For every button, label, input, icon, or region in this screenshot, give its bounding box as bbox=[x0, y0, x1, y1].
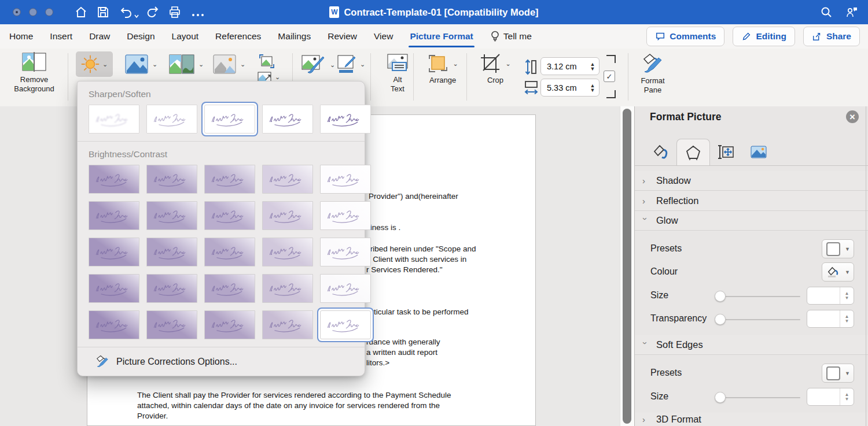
artistic-effects-button[interactable]: ⌄ bbox=[169, 54, 204, 74]
field-stepper[interactable]: ▲▼ bbox=[840, 310, 854, 327]
sharpen-option-4[interactable] bbox=[320, 105, 371, 134]
editing-button[interactable]: Editing bbox=[733, 27, 795, 46]
brightness-option-1-2[interactable] bbox=[204, 201, 255, 230]
corrections-button[interactable]: ⌄ bbox=[76, 51, 113, 77]
brightness-option-3-4[interactable] bbox=[320, 274, 371, 303]
tab-design[interactable]: Design bbox=[127, 31, 155, 42]
glow-size-slider[interactable] bbox=[717, 296, 800, 297]
tab-layout-properties[interactable] bbox=[710, 139, 742, 165]
tell-me-control[interactable]: Tell me bbox=[490, 30, 532, 43]
search-icon[interactable] bbox=[819, 5, 833, 19]
picture-border-button[interactable]: ⌄ bbox=[337, 54, 365, 74]
sharpen-option-1[interactable] bbox=[146, 105, 197, 134]
shadow-section-header[interactable]: › Shadow bbox=[635, 171, 868, 191]
tab-mailings[interactable]: Mailings bbox=[278, 31, 311, 42]
save-icon[interactable] bbox=[96, 5, 110, 19]
brightness-option-2-0[interactable] bbox=[89, 238, 139, 266]
field-stepper[interactable]: ▲▼ bbox=[840, 287, 854, 304]
brightness-option-2-2[interactable] bbox=[204, 238, 255, 266]
brightness-option-2-4[interactable] bbox=[320, 238, 371, 266]
tab-fill-line[interactable] bbox=[644, 139, 676, 165]
brightness-option-3-3[interactable] bbox=[262, 274, 313, 303]
brightness-option-4-3[interactable] bbox=[262, 310, 313, 339]
brightness-option-1-4[interactable] bbox=[320, 201, 371, 230]
sharpen-option-3[interactable] bbox=[262, 105, 313, 134]
shape-width-input[interactable] bbox=[541, 83, 586, 93]
brightness-option-3-2[interactable] bbox=[204, 274, 255, 303]
tab-picture-format[interactable]: Picture Format bbox=[410, 31, 473, 42]
glow-presets-dropdown[interactable]: ▼ bbox=[822, 239, 854, 258]
close-pane-button[interactable]: ✕ bbox=[846, 110, 859, 123]
undo-icon[interactable] bbox=[119, 5, 133, 19]
glow-transparency-field[interactable]: ▲▼ bbox=[807, 310, 854, 328]
more-toolbar-icon[interactable] bbox=[191, 8, 205, 22]
brightness-option-3-1[interactable] bbox=[146, 274, 197, 303]
lock-aspect-ratio-checkbox[interactable]: ✓ bbox=[604, 71, 615, 82]
format-pane-button[interactable]: Format Pane bbox=[634, 53, 671, 95]
tab-insert[interactable]: Insert bbox=[50, 31, 72, 42]
brightness-option-4-2[interactable] bbox=[204, 310, 255, 339]
vertical-scrollbar[interactable] bbox=[620, 106, 634, 426]
picture-corrections-options-item[interactable]: Picture Corrections Options... bbox=[95, 355, 365, 369]
undo-menu-chevron-icon[interactable] bbox=[133, 9, 140, 23]
brightness-option-1-1[interactable] bbox=[146, 201, 197, 230]
tab-layout[interactable]: Layout bbox=[172, 31, 199, 42]
arrange-button[interactable]: ⌄ Arrange bbox=[420, 53, 465, 85]
slider-thumb[interactable] bbox=[715, 392, 726, 403]
tab-draw[interactable]: Draw bbox=[89, 31, 110, 42]
picture-quick-styles-button[interactable]: ⌄ bbox=[301, 54, 335, 75]
brightness-option-0-0[interactable] bbox=[89, 165, 139, 194]
alt-text-button[interactable]: Alt Text bbox=[380, 53, 415, 94]
feedback-icon[interactable] bbox=[845, 5, 859, 19]
threed-format-section-header[interactable]: › 3D Format bbox=[635, 413, 868, 426]
home-icon[interactable] bbox=[74, 5, 88, 19]
brightness-option-0-1[interactable] bbox=[146, 165, 197, 194]
brightness-option-0-3[interactable] bbox=[262, 165, 313, 194]
brightness-option-2-3[interactable] bbox=[262, 238, 313, 266]
scrollbar-thumb[interactable] bbox=[623, 109, 631, 424]
height-stepper[interactable]: ▲▼ bbox=[586, 58, 599, 75]
share-button[interactable]: Share bbox=[803, 27, 860, 46]
tab-view[interactable]: View bbox=[374, 31, 393, 42]
shape-height-input[interactable] bbox=[541, 61, 586, 72]
tab-review[interactable]: Review bbox=[328, 31, 357, 42]
soft-presets-dropdown[interactable]: ▼ bbox=[822, 364, 854, 383]
comments-button[interactable]: Comments bbox=[646, 27, 724, 46]
glow-size-field[interactable]: ▲▼ bbox=[807, 287, 854, 305]
shape-width-field[interactable]: ▲▼ bbox=[540, 79, 599, 97]
brightness-option-4-0[interactable] bbox=[89, 310, 139, 339]
glow-transparency-slider[interactable] bbox=[717, 319, 800, 320]
tab-picture[interactable] bbox=[742, 139, 775, 165]
brightness-option-1-3[interactable] bbox=[262, 201, 313, 230]
field-stepper[interactable]: ▲▼ bbox=[840, 388, 854, 405]
slider-thumb[interactable] bbox=[715, 314, 726, 325]
minimize-window-button[interactable] bbox=[29, 8, 37, 16]
transparency-button[interactable]: ⌄ bbox=[213, 54, 245, 74]
width-stepper[interactable]: ▲▼ bbox=[586, 79, 599, 96]
zoom-window-button[interactable] bbox=[45, 8, 53, 16]
crop-button[interactable]: ⌄ Crop bbox=[475, 53, 516, 85]
glow-colour-dropdown[interactable]: ▼ bbox=[822, 262, 854, 281]
brightness-option-2-1[interactable] bbox=[146, 238, 197, 266]
close-window-button[interactable] bbox=[13, 8, 21, 16]
soft-size-slider[interactable] bbox=[717, 397, 800, 398]
brightness-option-3-0[interactable] bbox=[89, 274, 139, 303]
brightness-option-4-4[interactable] bbox=[320, 310, 371, 339]
remove-background-button[interactable]: Remove Background bbox=[6, 52, 62, 94]
tab-home[interactable]: Home bbox=[9, 31, 33, 42]
print-icon[interactable] bbox=[168, 5, 182, 19]
reflection-section-header[interactable]: › Reflection bbox=[635, 191, 868, 211]
soft-edges-section-header[interactable]: › Soft Edges bbox=[635, 335, 868, 355]
brightness-option-4-1[interactable] bbox=[146, 310, 197, 339]
tab-effects[interactable] bbox=[676, 139, 710, 166]
tab-references[interactable]: References bbox=[215, 31, 261, 42]
shape-height-field[interactable]: ▲▼ bbox=[540, 57, 599, 75]
sharpen-option-2[interactable] bbox=[204, 105, 255, 134]
brightness-option-0-2[interactable] bbox=[204, 165, 255, 194]
slider-thumb[interactable] bbox=[715, 291, 726, 302]
brightness-option-1-0[interactable] bbox=[89, 201, 139, 230]
glow-section-header[interactable]: › Glow bbox=[635, 211, 868, 231]
redo-icon[interactable] bbox=[146, 5, 160, 19]
color-button[interactable]: ⌄ bbox=[125, 54, 157, 74]
soft-size-field[interactable]: ▲▼ bbox=[807, 388, 854, 406]
